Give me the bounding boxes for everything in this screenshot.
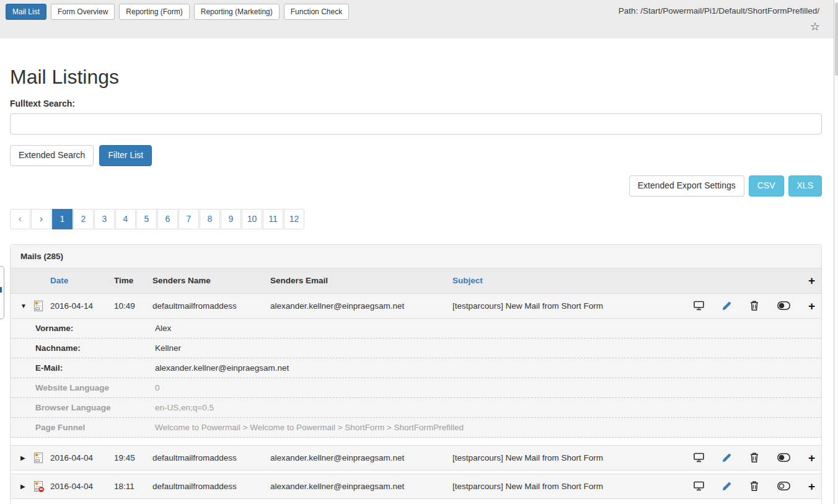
hide-toggle-on-icon[interactable] xyxy=(777,301,790,310)
preview-monitor-icon[interactable] xyxy=(694,301,704,311)
row-spacer xyxy=(11,438,821,445)
hide-toggle-on-icon[interactable] xyxy=(777,453,790,462)
scrollbar[interactable] xyxy=(834,0,838,504)
pagination-next-icon[interactable]: › xyxy=(31,209,51,229)
mail-record-icon[interactable] xyxy=(34,453,43,463)
pagination-page-8[interactable]: 8 xyxy=(200,209,220,229)
left-edge-fragment-mark xyxy=(0,287,2,293)
pagination-page-11[interactable]: 11 xyxy=(263,209,283,229)
pagination-page-12[interactable]: 12 xyxy=(284,209,304,229)
pagination-page-1[interactable]: 1 xyxy=(52,209,73,229)
mails-panel: Mails (285) Date Time Senders Name Sende… xyxy=(10,244,822,504)
export-buttons: Extended Export Settings CSV XLS xyxy=(10,175,822,197)
tab-form-overview[interactable]: Form Overview xyxy=(51,4,115,20)
detail-value: alexander.kellner@einpraegsam.net xyxy=(155,363,821,373)
page-title: Mail Listings xyxy=(10,66,822,89)
module-tabs: Mail List Form Overview Reporting (Form)… xyxy=(6,4,349,20)
cell-subject: [testparcours] New Mail from Short Form xyxy=(452,453,685,462)
tab-mail-list[interactable]: Mail List xyxy=(6,4,46,20)
mail-record-hidden-icon[interactable] xyxy=(34,481,43,492)
main-content: Mail Listings Fulltext Search: Extended … xyxy=(0,66,838,504)
pagination-prev-icon[interactable]: ‹ xyxy=(10,209,30,229)
filter-list-button[interactable]: Filter List xyxy=(99,145,152,166)
table-header-row: Date Time Senders Name Senders Email Sub… xyxy=(11,268,821,294)
extended-search-button[interactable]: Extended Search xyxy=(10,145,94,166)
cell-senders-email: alexander.kellner@einpraegsam.net xyxy=(270,453,452,462)
pagination-page-2[interactable]: 2 xyxy=(73,209,94,229)
edit-pencil-icon[interactable] xyxy=(722,301,732,311)
pagination-page-10[interactable]: 10 xyxy=(242,209,262,229)
scrollbar-thumb[interactable] xyxy=(835,2,838,76)
add-row-icon[interactable]: + xyxy=(808,300,815,312)
table-row: ▶ 2016-04-04 18:11 defaultmailfromaddess… xyxy=(11,474,821,499)
detail-row: Browser Language en-US,en;q=0.5 xyxy=(11,398,821,418)
detail-row: E-Mail: alexander.kellner@einpraegsam.ne… xyxy=(11,358,821,378)
pagination-page-6[interactable]: 6 xyxy=(157,209,178,229)
preview-monitor-icon[interactable] xyxy=(694,453,704,462)
row-actions: + xyxy=(685,452,821,464)
detail-label: Nachname: xyxy=(35,343,155,353)
column-header-subject[interactable]: Subject xyxy=(452,276,685,285)
csv-export-button[interactable]: CSV xyxy=(749,175,784,197)
table-row: ▼ 2016-04-14 10:49 defaultmailfromaddess… xyxy=(11,294,821,319)
extended-export-settings-button[interactable]: Extended Export Settings xyxy=(629,175,744,197)
pagination-page-3[interactable]: 3 xyxy=(94,209,115,229)
detail-value: 0 xyxy=(155,383,821,392)
detail-row: Vorname: Alex xyxy=(11,319,821,338)
mail-record-icon[interactable] xyxy=(34,301,43,311)
pagination-page-9[interactable]: 9 xyxy=(221,209,241,229)
doc-header: Mail List Form Overview Reporting (Form)… xyxy=(0,0,838,38)
cell-subject: [testparcours] New Mail from Short Form xyxy=(452,482,685,491)
cell-senders-name: defaultmailfromaddess xyxy=(152,482,270,491)
pagination-page-5[interactable]: 5 xyxy=(136,209,157,229)
bookmark-star-icon[interactable]: ☆ xyxy=(810,21,820,32)
collapse-row-icon[interactable]: ▼ xyxy=(20,303,34,309)
delete-trash-icon[interactable] xyxy=(750,481,759,491)
tab-function-check[interactable]: Function Check xyxy=(284,4,349,20)
row-actions: + xyxy=(685,300,821,312)
cell-date: 2016-04-04 xyxy=(50,453,114,462)
detail-value: Alex xyxy=(155,324,821,333)
unhide-toggle-off-icon[interactable] xyxy=(777,482,790,490)
detail-value: Welcome to Powermail > Welcome to Powerm… xyxy=(155,423,821,432)
detail-label: Website Language xyxy=(35,383,155,392)
column-header-date[interactable]: Date xyxy=(50,276,114,285)
table-row: ▶ 2016-04-04 19:45 defaultmailfromaddess… xyxy=(11,445,821,471)
page-path: Path: /Start/Powermail/Pi1/Default/Short… xyxy=(619,6,819,15)
cell-subject: [testparcours] New Mail from Short Form xyxy=(452,301,685,311)
expand-row-icon[interactable]: ▶ xyxy=(20,483,34,490)
fulltext-search-input[interactable] xyxy=(10,113,822,135)
detail-value: Kellner xyxy=(155,343,821,353)
cell-date: 2016-04-14 xyxy=(50,301,114,311)
left-edge-panel-fragment xyxy=(0,266,4,319)
add-row-icon[interactable]: + xyxy=(808,452,815,464)
expand-row-icon[interactable]: ▶ xyxy=(20,454,34,461)
tab-reporting-form[interactable]: Reporting (Form) xyxy=(119,4,189,20)
edit-pencil-icon[interactable] xyxy=(722,453,732,462)
detail-label: Browser Language xyxy=(35,403,155,412)
fulltext-search-label: Fulltext Search: xyxy=(10,99,822,108)
pagination-page-7[interactable]: 7 xyxy=(179,209,199,229)
row-actions: + xyxy=(685,480,821,492)
cell-senders-email: alexander.kellner@einpraegsam.net xyxy=(270,301,452,311)
edit-pencil-icon[interactable] xyxy=(722,481,732,491)
pagination-page-4[interactable]: 4 xyxy=(115,209,136,229)
cell-time: 19:45 xyxy=(114,453,152,462)
column-header-senders-name: Senders Name xyxy=(152,276,270,285)
detail-row: Nachname: Kellner xyxy=(11,338,821,358)
tab-reporting-marketing[interactable]: Reporting (Marketing) xyxy=(194,4,280,20)
detail-row: Page Funnel Welcome to Powermail > Welco… xyxy=(11,418,821,438)
cell-senders-email: alexander.kellner@einpraegsam.net xyxy=(270,482,452,491)
hidden-overlay-icon xyxy=(38,486,45,493)
cell-time: 10:49 xyxy=(114,301,152,311)
mails-panel-title: Mails (285) xyxy=(11,245,821,268)
cell-senders-name: defaultmailfromaddess xyxy=(152,453,270,462)
xls-export-button[interactable]: XLS xyxy=(788,175,822,197)
add-column-icon[interactable]: + xyxy=(685,274,821,288)
delete-trash-icon[interactable] xyxy=(750,453,759,462)
preview-monitor-icon[interactable] xyxy=(694,481,704,491)
detail-label: Vorname: xyxy=(35,324,155,333)
delete-trash-icon[interactable] xyxy=(750,301,759,311)
add-row-icon[interactable]: + xyxy=(808,480,815,492)
cell-time: 18:11 xyxy=(114,482,152,491)
